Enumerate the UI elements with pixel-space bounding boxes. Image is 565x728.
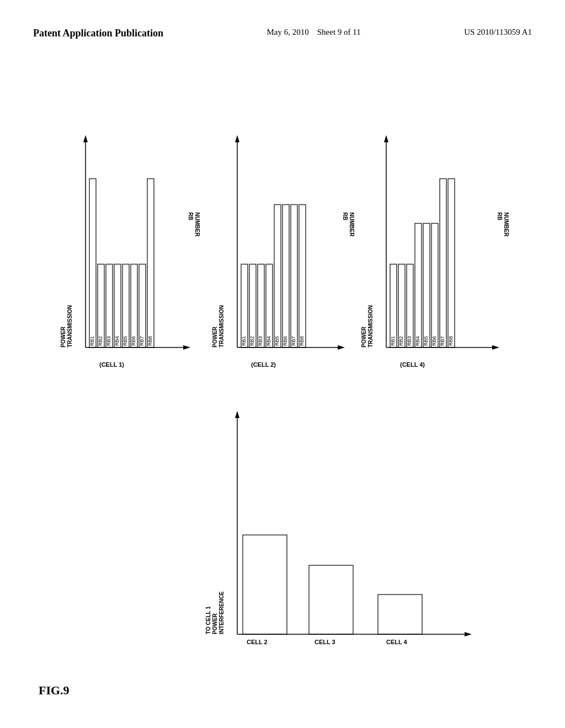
interference-y-label2: POWER: [212, 613, 218, 634]
cell2-rb5: RB5: [274, 336, 280, 346]
svg-rect-33: [431, 223, 438, 347]
svg-rect-10: [139, 264, 146, 347]
svg-rect-16: [241, 264, 248, 347]
svg-rect-23: [299, 205, 306, 347]
svg-marker-15: [338, 345, 345, 350]
svg-marker-3: [183, 345, 190, 350]
svg-rect-32: [423, 223, 430, 347]
cell1-rb2: RB2: [98, 336, 103, 346]
cell2-y-label2: POWER: [212, 326, 218, 347]
svg-rect-9: [131, 264, 137, 347]
cell2-rb4: RB4: [266, 336, 271, 346]
cell4-x-label: RB: [497, 212, 503, 220]
cell4-y-label: TRANSMISSION: [367, 305, 374, 347]
cell2-rb3: RB3: [258, 336, 263, 346]
cell2-rb6: RB6: [282, 336, 288, 346]
interference-y-label3: TO CELL 1: [205, 606, 211, 634]
cell1-rb5: RB5: [122, 336, 128, 346]
svg-marker-27: [492, 345, 499, 350]
svg-rect-21: [282, 205, 289, 347]
svg-rect-35: [448, 179, 455, 347]
publication-title: Patent Application Publication: [33, 28, 163, 39]
svg-rect-22: [291, 205, 297, 347]
svg-marker-1: [83, 135, 88, 142]
svg-rect-17: [249, 264, 256, 347]
cell4-rb5: RB5: [423, 336, 429, 346]
svg-marker-13: [235, 135, 239, 142]
svg-rect-29: [398, 264, 405, 347]
svg-rect-40: [243, 535, 287, 634]
interference-cell3: CELL 3: [315, 639, 335, 645]
cell4-rb4: RB4: [415, 336, 420, 346]
header-center: May 6, 2010 Sheet 9 of 11: [266, 28, 360, 37]
interference-y-label1: INTERFERENCE: [218, 591, 225, 634]
svg-rect-5: [98, 264, 104, 347]
svg-rect-4: [89, 179, 96, 347]
svg-rect-30: [407, 264, 413, 347]
cell2-x-label: RB: [342, 212, 348, 220]
svg-rect-8: [122, 264, 129, 347]
cell2-rb8: RB8: [299, 336, 305, 346]
patent-number: US 2010/113059 A1: [464, 28, 532, 37]
svg-rect-11: [147, 179, 154, 347]
cell4-y-label2: POWER: [361, 326, 367, 347]
figure-label: FIG.9: [39, 683, 70, 698]
svg-rect-18: [258, 264, 264, 347]
interference-cell4: CELL 4: [386, 639, 408, 645]
cell1-rb7: RB7: [139, 336, 145, 346]
cell4-rb7: RB7: [440, 336, 445, 346]
svg-rect-28: [390, 264, 397, 347]
svg-marker-39: [465, 632, 472, 636]
cell4-rb6: RB6: [431, 336, 437, 346]
cell2-rb7: RB7: [291, 336, 296, 346]
sheet-info: Sheet 9 of 11: [317, 28, 361, 36]
cell4-rb3: RB3: [407, 336, 412, 346]
pub-date: May 6, 2010: [266, 28, 308, 36]
svg-rect-19: [266, 264, 273, 347]
svg-rect-34: [440, 179, 446, 347]
cell1-rb3: RB3: [106, 336, 111, 346]
svg-rect-20: [274, 205, 281, 347]
cell1-rb8: RB8: [147, 336, 153, 346]
cell1-rb6: RB6: [131, 336, 136, 346]
page-header: Patent Application Publication May 6, 20…: [0, 28, 565, 39]
cell1-rb1: RB1: [89, 336, 95, 346]
svg-rect-42: [378, 595, 422, 634]
cell4-label: (CELL 4): [400, 361, 425, 368]
cell1-x-label2: NUMBER: [194, 212, 200, 237]
cell2-rb1: RB1: [241, 336, 247, 346]
cell4-rb8: RB8: [448, 336, 454, 346]
svg-rect-7: [114, 264, 121, 347]
cell4-x-label2: NUMBER: [503, 212, 509, 237]
svg-marker-37: [235, 411, 239, 418]
cell4-rb1: RB1: [390, 336, 396, 346]
main-diagram: TRANSMISSION POWER (CELL 1) RB NUMBER RB…: [0, 55, 565, 717]
cell1-rb4: RB4: [114, 336, 120, 346]
cell1-x-label: RB: [188, 212, 194, 220]
cell2-y-label: TRANSMISSION: [218, 305, 225, 347]
cell1-y-label2: POWER: [60, 326, 66, 347]
svg-rect-6: [106, 264, 113, 347]
svg-rect-31: [415, 223, 422, 347]
cell4-rb2: RB2: [398, 336, 404, 346]
interference-cell2: CELL 2: [247, 639, 268, 645]
cell2-label: (CELL 2): [251, 361, 276, 368]
cell2-rb2: RB2: [249, 336, 255, 346]
svg-marker-25: [384, 135, 388, 142]
cell2-x-label2: NUMBER: [349, 212, 355, 237]
cell1-y-label: TRANSMISSION: [67, 305, 73, 347]
svg-rect-41: [309, 565, 353, 634]
cell1-label: (CELL 1): [99, 361, 124, 368]
